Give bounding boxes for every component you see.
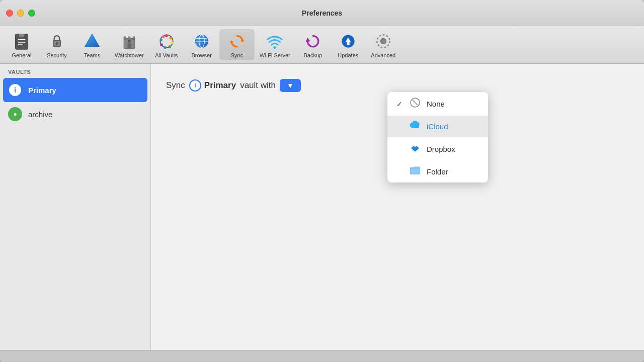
updates-icon <box>338 31 358 51</box>
sync-text: Sync <box>166 80 185 90</box>
svg-line-41 <box>413 100 418 105</box>
vault-badge: i Primary <box>189 79 236 92</box>
sidebar: VAULTS i Primary ● archive <box>0 64 151 350</box>
toolbar-item-teams[interactable]: Teams <box>74 29 110 60</box>
toolbar-item-wifi[interactable]: Wi-Fi Server <box>255 29 295 60</box>
dropbox-label: Dropbox <box>427 145 455 153</box>
updates-label: Updates <box>338 52 358 58</box>
toolbar-item-advanced[interactable]: Advanced <box>366 29 401 60</box>
svg-rect-1 <box>19 34 25 37</box>
svg-point-15 <box>128 40 130 42</box>
backup-icon <box>303 31 323 51</box>
folder-icon <box>410 166 421 177</box>
title-bar: Preferences <box>0 0 644 26</box>
sidebar-item-primary[interactable]: i Primary <box>3 78 147 102</box>
dropdown-item-icloud[interactable]: iCloud <box>387 116 488 137</box>
dropbox-icon <box>410 142 421 156</box>
svg-rect-14 <box>127 43 131 49</box>
svg-rect-45 <box>411 168 420 174</box>
sync-icon <box>227 31 247 51</box>
archive-vault-name: archive <box>28 110 52 119</box>
browser-label: Browser <box>192 52 212 58</box>
svg-point-33 <box>274 46 276 49</box>
dropdown-item-folder[interactable]: Folder <box>387 161 488 183</box>
toolbar-item-backup[interactable]: Backup <box>295 29 331 60</box>
content-panel: Sync i Primary vault with ▼ ✓ <box>151 64 644 350</box>
none-label: None <box>427 100 445 108</box>
sync-dropdown-button[interactable]: ▼ <box>280 79 301 92</box>
svg-marker-34 <box>305 38 310 42</box>
all-vaults-icon <box>156 31 177 51</box>
primary-vault-icon: i <box>8 83 22 97</box>
sidebar-spacer <box>0 126 150 350</box>
vault-badge-icon: i <box>189 79 201 92</box>
svg-point-23 <box>159 39 162 41</box>
none-icon <box>410 97 421 111</box>
close-button[interactable] <box>6 10 13 17</box>
wifi-icon <box>265 31 285 51</box>
none-checkmark: ✓ <box>395 100 404 108</box>
preferences-window: Preferences General <box>0 0 644 362</box>
svg-point-21 <box>164 46 166 49</box>
svg-point-20 <box>168 45 171 48</box>
teams-label: Teams <box>84 52 100 58</box>
toolbar-item-general[interactable]: General <box>4 29 39 60</box>
bottom-bar <box>0 350 644 362</box>
security-label: Security <box>47 52 67 58</box>
dropdown-item-dropbox[interactable]: Dropbox <box>387 137 488 161</box>
all-vaults-label: All Vaults <box>155 52 178 58</box>
toolbar-item-updates[interactable]: Updates <box>331 29 366 60</box>
toolbar-item-all-vaults[interactable]: All Vaults <box>149 29 184 60</box>
svg-point-24 <box>162 35 165 38</box>
window-title: Preferences <box>302 9 342 17</box>
vault-name-text: Primary <box>204 80 236 90</box>
svg-point-18 <box>169 37 172 39</box>
svg-point-38 <box>380 39 386 44</box>
browser-icon <box>192 31 212 51</box>
toolbar-item-watchtower[interactable]: Watchtower <box>110 29 149 60</box>
icloud-icon <box>410 121 421 132</box>
primary-vault-name: Primary <box>28 86 56 95</box>
archive-vault-icon: ● <box>8 107 22 121</box>
with-text: vault with <box>240 80 276 90</box>
toolbar-item-browser[interactable]: Browser <box>184 29 219 60</box>
sync-dropdown-menu: ✓ None <box>387 92 488 183</box>
traffic-lights <box>6 10 35 17</box>
dropdown-item-none[interactable]: ✓ None <box>387 92 488 116</box>
svg-point-6 <box>56 42 58 44</box>
toolbar: General Security <box>0 26 644 64</box>
main-content: VAULTS i Primary ● archive Sync <box>0 64 644 350</box>
toolbar-item-security[interactable]: Security <box>39 29 74 60</box>
wifi-label: Wi-Fi Server <box>260 52 290 58</box>
folder-label: Folder <box>427 167 448 176</box>
svg-point-22 <box>160 44 163 46</box>
advanced-label: Advanced <box>371 52 395 58</box>
svg-rect-13 <box>133 37 135 39</box>
svg-rect-37 <box>347 42 349 45</box>
toolbar-item-sync[interactable]: Sync <box>219 29 255 60</box>
sidebar-item-archive[interactable]: ● archive <box>0 102 150 126</box>
watchtower-label: Watchtower <box>115 52 144 58</box>
general-icon <box>12 31 32 51</box>
watchtower-icon <box>119 31 139 51</box>
svg-rect-12 <box>128 37 130 39</box>
general-label: General <box>12 52 31 58</box>
svg-marker-9 <box>85 34 100 47</box>
svg-point-19 <box>171 41 173 44</box>
svg-rect-11 <box>124 37 126 39</box>
backup-label: Backup <box>303 52 322 58</box>
minimize-button[interactable] <box>17 10 24 17</box>
icloud-label: iCloud <box>427 122 448 131</box>
sync-row: Sync i Primary vault with ▼ <box>166 79 301 92</box>
advanced-icon <box>373 31 393 51</box>
svg-point-17 <box>165 35 168 37</box>
sync-label: Sync <box>230 52 243 58</box>
vaults-header: VAULTS <box>0 64 150 78</box>
teams-icon <box>82 31 102 51</box>
zoom-button[interactable] <box>28 10 35 17</box>
security-icon <box>47 31 67 51</box>
